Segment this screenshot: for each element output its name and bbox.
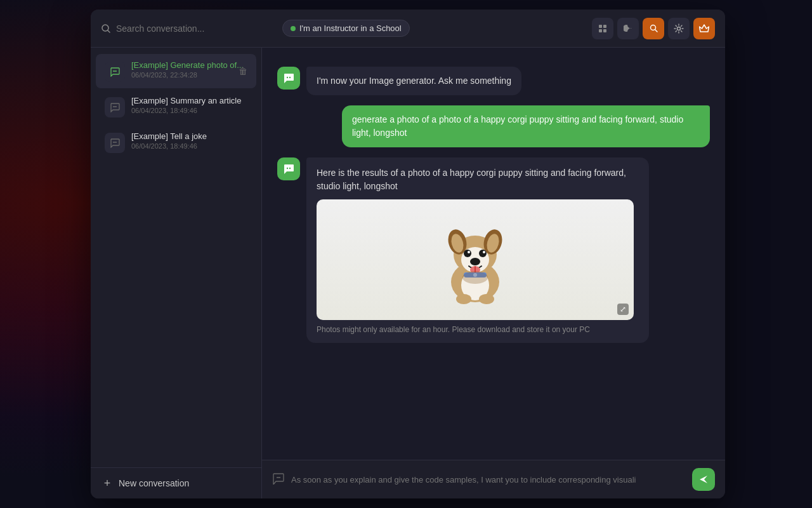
main-layout: [Example] Generate photo of... 06/04/202…: [91, 48, 725, 498]
dark-mode-button[interactable]: [617, 18, 639, 39]
svg-point-19: [289, 77, 291, 78]
bot-image-text: Here is the results of a photo of a happ…: [317, 166, 639, 193]
conversation-list: [Example] Generate photo of... 06/04/202…: [91, 48, 261, 467]
svg-line-1: [108, 30, 110, 32]
export-button[interactable]: [592, 18, 613, 39]
header-left: [101, 23, 272, 34]
conv-icon-2: [105, 97, 125, 117]
header-right: [592, 18, 715, 39]
persona-status-dot: [291, 26, 296, 31]
conversation-item-1[interactable]: [Example] Generate photo of... 06/04/202…: [96, 54, 256, 88]
conv-text-1: [Example] Generate photo of... 06/04/202…: [131, 60, 247, 79]
search-input[interactable]: [116, 23, 243, 34]
crown-button[interactable]: [693, 18, 715, 39]
conv-date-3: 06/04/2023, 18:49:46: [131, 142, 247, 150]
conv-date-1: 06/04/2023, 22:34:28: [131, 71, 247, 79]
svg-point-42: [277, 477, 278, 478]
svg-point-39: [456, 294, 471, 304]
svg-point-30: [464, 250, 471, 257]
search-icon: [101, 23, 111, 34]
conv-icon-1: [105, 62, 125, 82]
plus-icon: +: [101, 477, 114, 490]
message-row-2: generate a photo of a photo of a happy c…: [277, 105, 710, 147]
chat-input-field[interactable]: [291, 473, 686, 486]
svg-point-14: [115, 106, 117, 107]
svg-rect-5: [603, 29, 606, 32]
user-message-1: generate a photo of a photo of a happy c…: [342, 105, 710, 147]
conv-title-2: [Example] Summary an article: [131, 96, 247, 105]
bot-avatar-2: [277, 157, 300, 180]
message-row-1: I'm now your Image generator. Ask me som…: [277, 67, 710, 95]
svg-point-32: [468, 251, 470, 253]
svg-point-20: [287, 168, 288, 169]
persona-label: I'm an Instructor in a School: [299, 23, 402, 33]
conversation-item-3[interactable]: [Example] Tell a joke 06/04/2023, 18:49:…: [96, 125, 256, 159]
svg-point-11: [115, 70, 117, 72]
svg-point-16: [114, 142, 115, 143]
expand-icon[interactable]: ⤢: [617, 304, 629, 315]
svg-rect-4: [599, 29, 602, 32]
svg-point-40: [479, 294, 494, 304]
conv-title-3: [Example] Tell a joke: [131, 131, 247, 141]
svg-point-21: [289, 168, 291, 169]
svg-point-43: [278, 477, 279, 478]
svg-point-9: [113, 70, 114, 72]
header: I'm an Instructor in a School: [91, 10, 725, 48]
send-button[interactable]: [692, 468, 715, 491]
svg-rect-3: [603, 25, 606, 28]
input-chat-icon: [272, 472, 285, 488]
conv-text-2: [Example] Summary an article 06/04/2023,…: [131, 96, 247, 114]
settings-button[interactable]: [668, 18, 690, 39]
conv-date-2: 06/04/2023, 18:49:46: [131, 107, 247, 114]
conv-text-3: [Example] Tell a joke 06/04/2023, 18:49:…: [131, 131, 247, 150]
svg-point-41: [462, 271, 488, 284]
conv-title-1: [Example] Generate photo of...: [131, 60, 247, 70]
corgi-svg: [431, 209, 520, 311]
bot-avatar-1: [277, 67, 300, 90]
svg-point-18: [287, 77, 288, 78]
corgi-image: ⤢: [317, 199, 634, 320]
svg-point-44: [279, 477, 280, 478]
app-container: I'm an Instructor in a School: [91, 10, 725, 498]
svg-point-34: [470, 258, 480, 265]
conv-icon-3: [105, 133, 125, 153]
svg-point-10: [114, 70, 115, 72]
conversation-item-2[interactable]: [Example] Summary an article 06/04/2023,…: [96, 90, 256, 124]
message-row-3: Here is the results of a photo of a happ…: [277, 157, 710, 343]
new-conversation-button[interactable]: + New conversation: [91, 467, 261, 498]
header-center: I'm an Instructor in a School: [272, 20, 592, 37]
chat-area: I'm now your Image generator. Ask me som…: [262, 48, 725, 498]
messages: I'm now your Image generator. Ask me som…: [262, 48, 725, 460]
delete-conv-1[interactable]: 🗑: [239, 66, 247, 76]
svg-point-17: [115, 142, 117, 143]
svg-point-31: [479, 250, 487, 257]
sidebar: [Example] Generate photo of... 06/04/202…: [91, 48, 262, 498]
photo-note: Photos might only available for an hour.…: [317, 325, 639, 334]
svg-line-7: [655, 30, 657, 32]
persona-badge: I'm an Instructor in a School: [282, 20, 410, 37]
svg-point-8: [678, 27, 681, 30]
new-conversation-label: New conversation: [119, 478, 189, 488]
svg-point-33: [483, 251, 485, 253]
chat-input-area: [262, 460, 725, 498]
svg-rect-2: [599, 25, 602, 28]
bot-image-message: Here is the results of a photo of a happ…: [306, 157, 649, 343]
search-toggle-button[interactable]: [643, 18, 664, 39]
bot-message-1: I'm now your Image generator. Ask me som…: [306, 67, 521, 95]
svg-point-15: [113, 142, 114, 143]
svg-point-12: [113, 106, 114, 107]
svg-point-13: [114, 106, 115, 107]
